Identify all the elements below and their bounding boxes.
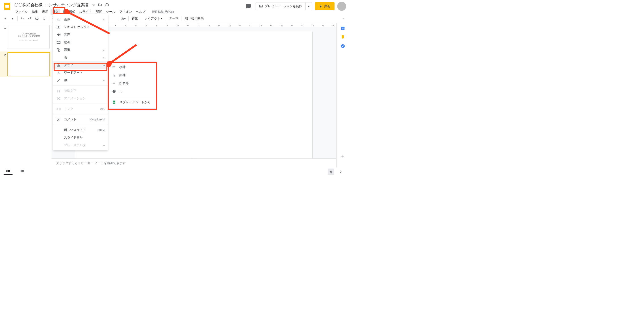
- slide-thumbnail-panel[interactable]: 1 〇〇株式会社様 コンサルティング提案書 △△コンサルティング株式会社 2: [0, 23, 52, 167]
- menu-format[interactable]: 表示形式: [61, 9, 77, 15]
- insert-line-item[interactable]: 線 ▸: [53, 77, 108, 84]
- new-slide-button[interactable]: ＋: [2, 16, 8, 22]
- move-folder-icon[interactable]: [98, 3, 102, 7]
- menu-help[interactable]: ヘルプ: [134, 9, 147, 15]
- share-button[interactable]: 共有: [315, 2, 334, 10]
- svg-rect-16: [22, 171, 23, 172]
- theme-button[interactable]: テーマ: [168, 17, 180, 21]
- calendar-icon[interactable]: 31: [340, 26, 345, 31]
- title-area: 〇〇株式会社様_コンサルティング提案書 ☆ ファイル 編集 表示 挿入 表示形式…: [14, 2, 244, 15]
- bar-vertical-icon: [112, 73, 116, 78]
- tasks-icon[interactable]: [340, 44, 345, 48]
- chevron-right-icon: ▸: [104, 144, 105, 147]
- title-action-icons: ☆: [92, 3, 109, 7]
- transition-button[interactable]: 切り替え効果: [184, 17, 205, 21]
- slide-thumbnail-2[interactable]: [8, 52, 50, 76]
- audio-icon: [56, 33, 61, 37]
- account-avatar[interactable]: [337, 2, 346, 11]
- insert-audio-item[interactable]: 音声: [53, 31, 108, 39]
- main-area: 1 〇〇株式会社様 コンサルティング提案書 △△コンサルティング株式会社 2 1…: [0, 23, 349, 167]
- toolbar: ＋ ▾ あ ▾ 背景 レイアウト ▾ テーマ 切り替え効果: [0, 14, 349, 23]
- undo-button[interactable]: [20, 16, 26, 22]
- last-edit-link[interactable]: 最終編集: 数秒前: [152, 10, 174, 14]
- star-icon[interactable]: ☆: [92, 3, 95, 7]
- svg-rect-1: [5, 5, 9, 8]
- menu-tools[interactable]: ツール: [104, 9, 117, 15]
- header-right: プレゼンテーションを開始 ▾ 共有: [244, 2, 346, 11]
- present-dropdown-button[interactable]: ▾: [306, 3, 312, 10]
- keep-icon[interactable]: [340, 35, 345, 39]
- animation-icon: [56, 96, 61, 101]
- speaker-notes[interactable]: クリックするとスピーカー ノートを追加できます: [52, 158, 336, 167]
- menu-addons[interactable]: アドオン: [118, 9, 134, 15]
- show-sidepanel-button[interactable]: [336, 169, 345, 175]
- line-chart-icon: [112, 81, 116, 86]
- insert-comment-item[interactable]: コメント ⌘+option+M: [53, 116, 108, 123]
- thumb-number: 1: [2, 25, 6, 29]
- input-tools-button[interactable]: あ ▾: [120, 16, 126, 22]
- svg-rect-10: [6, 171, 7, 172]
- svg-rect-13: [22, 170, 23, 171]
- chart-pie-item[interactable]: 円: [108, 87, 156, 95]
- menu-arrange[interactable]: 配置: [94, 9, 104, 15]
- background-button[interactable]: 背景: [130, 17, 139, 21]
- chart-from-sheets-item[interactable]: スプレッドシートから: [108, 98, 156, 106]
- menu-edit[interactable]: 編集: [30, 9, 40, 15]
- slides-app-icon[interactable]: [3, 2, 12, 11]
- chart-submenu: 横棒 縦棒 折れ線 円 スプレッドシートから: [108, 62, 156, 108]
- svg-rect-12: [21, 170, 22, 171]
- link-icon: [56, 107, 61, 111]
- menu-file[interactable]: ファイル: [14, 9, 30, 15]
- comment-icon: [56, 117, 61, 122]
- new-slide-dropdown[interactable]: ▾: [10, 16, 16, 22]
- chevron-right-icon: ▸: [104, 56, 105, 59]
- chevron-right-icon: ▸: [104, 79, 105, 82]
- explore-button[interactable]: [328, 169, 334, 175]
- insert-chart-item[interactable]: グラフ ▸: [53, 61, 108, 69]
- document-title[interactable]: 〇〇株式会社様_コンサルティング提案書: [14, 2, 90, 8]
- bar-horizontal-icon: [112, 65, 116, 69]
- svg-rect-23: [58, 50, 60, 52]
- insert-new-slide-item[interactable]: 新しいスライド Ctrl+M: [53, 126, 108, 134]
- svg-rect-11: [8, 170, 10, 172]
- layout-button[interactable]: レイアウト ▾: [143, 17, 164, 21]
- svg-rect-28: [112, 67, 114, 67]
- chart-bar-horizontal-item[interactable]: 横棒: [108, 63, 156, 71]
- insert-slide-number-item[interactable]: スライド番号: [53, 134, 108, 141]
- print-button[interactable]: [34, 16, 40, 22]
- chart-bar-vertical-item[interactable]: 縦棒: [108, 71, 156, 79]
- insert-dropdown-menu: 画像 ▸ テキスト ボックス 音声 動画 図形 ▸ 表 ▸ グラフ ▸ ワードア…: [53, 14, 108, 150]
- collapse-toolbar-button[interactable]: [340, 16, 346, 22]
- insert-table-item[interactable]: 表 ▸: [53, 54, 108, 61]
- thumbnail-row-2[interactable]: 2: [0, 52, 52, 77]
- insert-animation-item: アニメーション: [53, 95, 108, 102]
- insert-textbox-item[interactable]: テキスト ボックス: [53, 23, 108, 31]
- svg-rect-7: [342, 38, 343, 39]
- chevron-right-icon: ▸: [104, 64, 105, 67]
- insert-placeholder-item: プレースホルダ ▸: [53, 141, 108, 149]
- redo-button[interactable]: [26, 16, 33, 22]
- menu-insert[interactable]: 挿入: [50, 9, 60, 15]
- svg-point-8: [341, 44, 344, 48]
- paint-format-button[interactable]: [41, 16, 47, 22]
- add-addon-icon[interactable]: [340, 154, 345, 158]
- menu-view[interactable]: 表示: [40, 9, 50, 15]
- insert-shape-item[interactable]: 図形 ▸: [53, 46, 108, 54]
- open-comments-button[interactable]: [244, 2, 253, 11]
- thumbnail-row-1[interactable]: 1 〇〇株式会社様 コンサルティング提案書 △△コンサルティング株式会社: [2, 25, 50, 49]
- insert-video-item[interactable]: 動画: [53, 39, 108, 46]
- filmstrip-view-button[interactable]: [4, 169, 12, 175]
- present-button[interactable]: プレゼンテーションを開始: [256, 3, 306, 10]
- insert-wordart-item[interactable]: ワードアート: [53, 69, 108, 77]
- svg-rect-27: [112, 66, 115, 67]
- menu-slide[interactable]: スライド: [77, 9, 94, 15]
- footer-bar: [0, 167, 349, 175]
- chart-line-item[interactable]: 折れ線: [108, 79, 156, 87]
- svg-rect-31: [114, 74, 114, 77]
- svg-rect-29: [112, 68, 116, 68]
- grid-view-button[interactable]: [18, 169, 27, 175]
- special-char-icon: [56, 89, 61, 93]
- insert-image-item[interactable]: 画像 ▸: [53, 16, 108, 23]
- cloud-status-icon[interactable]: [105, 3, 109, 7]
- slide-thumbnail-1[interactable]: 〇〇株式会社様 コンサルティング提案書 △△コンサルティング株式会社: [8, 25, 50, 49]
